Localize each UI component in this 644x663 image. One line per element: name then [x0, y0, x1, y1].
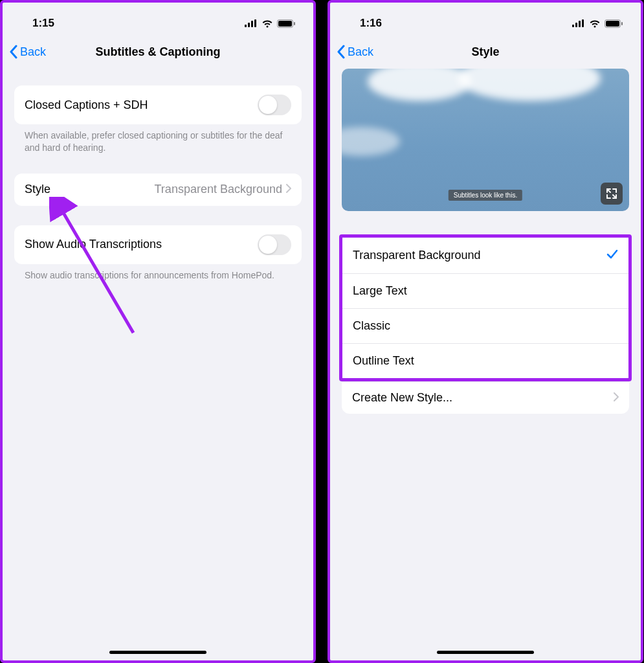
closed-captions-label: Closed Captions + SDH — [25, 98, 148, 112]
audio-transcriptions-row[interactable]: Show Audio Transcriptions — [14, 225, 302, 264]
style-option-outline-text[interactable]: Outline Text — [342, 343, 628, 378]
cellular-icon — [245, 19, 258, 27]
audio-transcriptions-toggle[interactable] — [258, 234, 291, 255]
style-option-label: Classic — [353, 319, 390, 333]
style-label: Style — [25, 183, 50, 196]
back-button[interactable]: Back — [9, 45, 46, 59]
closed-captions-group: Closed Captions + SDH — [14, 85, 302, 124]
svg-line-16 — [613, 195, 616, 197]
svg-rect-8 — [572, 25, 574, 27]
create-style-group: Create New Style... — [342, 381, 629, 414]
svg-rect-6 — [294, 22, 295, 25]
svg-rect-3 — [254, 19, 256, 27]
style-value: Transparent Background — [50, 183, 282, 196]
status-bar: 1:16 — [330, 3, 641, 38]
style-option-label: Transparent Background — [353, 249, 480, 262]
page-title: Style — [471, 45, 499, 59]
wifi-icon — [261, 19, 273, 28]
style-option-classic[interactable]: Classic — [342, 308, 628, 343]
status-indicators — [572, 19, 623, 28]
style-option-large-text[interactable]: Large Text — [342, 273, 628, 308]
back-label: Back — [348, 45, 373, 59]
audio-transcriptions-group: Show Audio Transcriptions — [14, 225, 302, 264]
chevron-right-icon — [614, 391, 619, 405]
battery-icon — [277, 19, 295, 28]
chevron-right-icon — [286, 183, 291, 196]
back-label: Back — [20, 45, 46, 59]
style-row[interactable]: Style Transparent Background — [14, 174, 302, 206]
screenshot-left: 1:15 Back Subtitles & Captioning Closed … — [0, 0, 316, 663]
wifi-icon — [589, 19, 601, 28]
chevron-left-icon — [9, 45, 17, 59]
home-indicator[interactable] — [437, 651, 534, 654]
audio-transcriptions-footer: Show audio transcriptions for announceme… — [14, 264, 302, 282]
battery-icon — [605, 19, 623, 28]
closed-captions-footer: When available, prefer closed captioning… — [14, 124, 302, 154]
nav-bar: Back Subtitles & Captioning — [3, 38, 313, 66]
page-title: Subtitles & Captioning — [96, 45, 221, 59]
svg-line-15 — [608, 190, 610, 192]
create-new-style-label: Create New Style... — [352, 391, 452, 405]
status-bar: 1:15 — [3, 3, 313, 38]
create-new-style-row[interactable]: Create New Style... — [342, 381, 629, 414]
svg-rect-11 — [582, 19, 584, 27]
preview-subtitle-text: Subtitles look like this. — [449, 190, 522, 201]
audio-transcriptions-label: Show Audio Transcriptions — [25, 238, 162, 251]
svg-rect-9 — [575, 23, 577, 27]
closed-captions-row[interactable]: Closed Captions + SDH — [14, 85, 302, 124]
closed-captions-toggle[interactable] — [258, 95, 291, 115]
home-indicator[interactable] — [109, 651, 206, 654]
chevron-left-icon — [337, 45, 345, 59]
subtitle-preview: Subtitles look like this. — [342, 69, 629, 211]
style-option-label: Outline Text — [353, 354, 414, 368]
cellular-icon — [572, 19, 585, 27]
svg-rect-13 — [606, 21, 619, 27]
style-option-label: Large Text — [353, 284, 407, 298]
expand-button[interactable] — [601, 183, 623, 205]
status-time: 1:16 — [360, 17, 382, 30]
svg-rect-0 — [245, 25, 247, 27]
status-time: 1:15 — [32, 17, 54, 30]
svg-rect-5 — [278, 21, 292, 27]
checkmark-icon — [606, 248, 618, 263]
back-button[interactable]: Back — [337, 45, 373, 59]
style-option-transparent-background[interactable]: Transparent Background — [342, 238, 628, 273]
settings-content: Closed Captions + SDH When available, pr… — [3, 85, 313, 282]
svg-rect-10 — [579, 21, 581, 27]
nav-bar: Back Style — [330, 38, 641, 66]
svg-rect-1 — [248, 23, 250, 27]
screenshot-right: 1:16 Back Style Subtitles look like this… — [328, 0, 643, 663]
svg-rect-14 — [621, 22, 623, 25]
status-indicators — [245, 19, 295, 28]
style-options-list: Transparent Background Large Text Classi… — [339, 234, 632, 381]
style-group: Style Transparent Background — [14, 174, 302, 206]
expand-icon — [606, 188, 617, 199]
svg-rect-2 — [251, 21, 253, 27]
